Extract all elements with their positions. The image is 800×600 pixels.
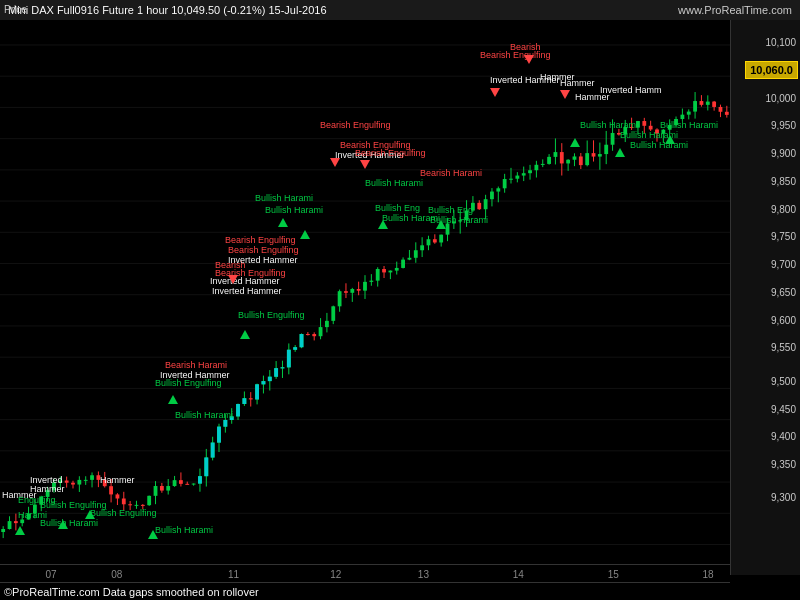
- price-tick-label: 9,400: [771, 431, 796, 442]
- candlestick-chart: [0, 20, 730, 557]
- footer-text: ©ProRealTime.com Data gaps smoothed on r…: [4, 586, 259, 598]
- current-price-label: 10,060.0: [745, 61, 798, 79]
- x-axis-label: 12: [330, 569, 341, 580]
- price-tick-label: 9,750: [771, 231, 796, 242]
- x-axis-label: 18: [703, 569, 714, 580]
- website-label: www.ProRealTime.com: [678, 4, 792, 16]
- price-tick-label: 9,550: [771, 342, 796, 353]
- x-axis-label: 14: [513, 569, 524, 580]
- price-tick-label: 10,000: [765, 92, 796, 103]
- price-tick-label: 9,800: [771, 203, 796, 214]
- price-axis-label: Price: [4, 4, 27, 15]
- price-tick-label: 9,950: [771, 120, 796, 131]
- x-axis-label: 11: [228, 569, 239, 580]
- price-tick-label: 9,850: [771, 175, 796, 186]
- price-tick-label: 9,900: [771, 148, 796, 159]
- x-axis-label: 13: [418, 569, 429, 580]
- chart-container: Mini DAX Full0916 Future 1 hour 10,049.5…: [0, 0, 800, 600]
- price-tick-label: 9,450: [771, 403, 796, 414]
- price-tick-label: 9,300: [771, 492, 796, 503]
- chart-title: Mini DAX Full0916 Future 1 hour 10,049.5…: [8, 4, 678, 16]
- x-axis: 0708111213141518: [0, 564, 730, 582]
- price-tick-label: 9,500: [771, 375, 796, 386]
- chart-footer: ©ProRealTime.com Data gaps smoothed on r…: [0, 582, 730, 600]
- chart-header: Mini DAX Full0916 Future 1 hour 10,049.5…: [0, 0, 800, 20]
- x-axis-label: 08: [111, 569, 122, 580]
- x-axis-label: 07: [46, 569, 57, 580]
- x-axis-label: 15: [608, 569, 619, 580]
- price-tick-label: 9,600: [771, 314, 796, 325]
- y-axis: 10,10010,0009,9509,9009,8509,8009,7509,7…: [730, 20, 800, 575]
- price-tick-label: 9,700: [771, 259, 796, 270]
- price-tick-label: 9,650: [771, 286, 796, 297]
- price-tick-label: 10,100: [765, 37, 796, 48]
- price-tick-label: 9,350: [771, 459, 796, 470]
- chart-area: HammerInvertedHammerEngulfingBullish Eng…: [0, 20, 730, 575]
